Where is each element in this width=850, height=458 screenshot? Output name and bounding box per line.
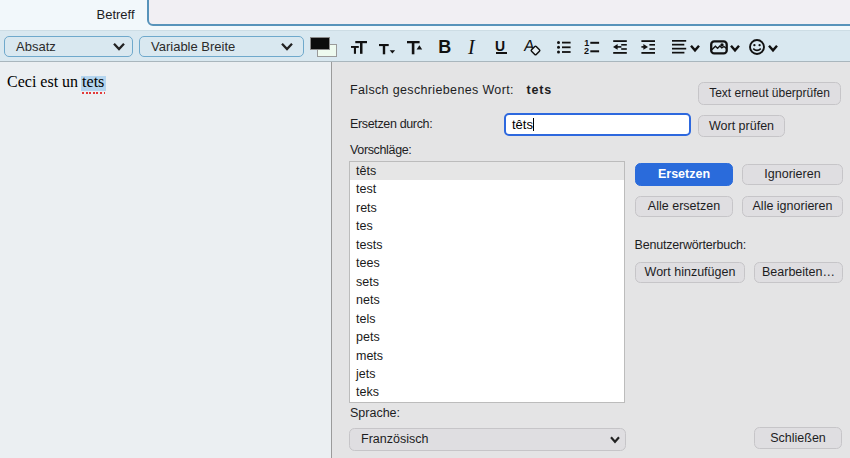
svg-text:2: 2	[584, 46, 589, 55]
